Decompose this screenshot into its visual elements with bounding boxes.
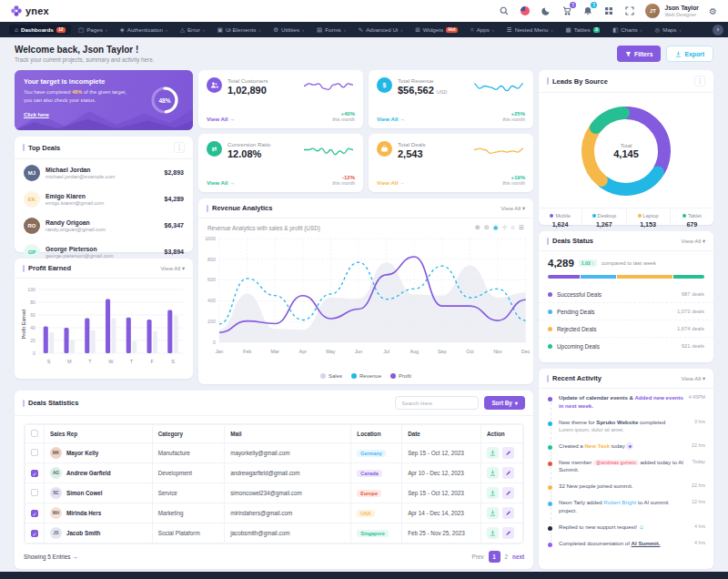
search-input[interactable] xyxy=(395,396,479,410)
fullscreen-icon[interactable] xyxy=(624,5,635,16)
profit-view-all[interactable]: View All ▾ xyxy=(161,265,185,271)
cell-category: Marketing xyxy=(152,503,224,523)
deals-status-view-all[interactable]: View All ▾ xyxy=(682,238,705,244)
avatar: JT xyxy=(645,4,660,18)
click-here-link[interactable]: Click here xyxy=(24,112,49,117)
svg-text:T: T xyxy=(88,359,92,364)
download-action-button[interactable] xyxy=(487,527,499,539)
user-menu[interactable]: JT Json TaylorWeb Designer xyxy=(645,4,699,18)
download-action-button[interactable] xyxy=(487,447,499,459)
dark-mode-icon[interactable] xyxy=(541,5,551,16)
column-header-action[interactable]: Action xyxy=(481,425,523,443)
download-action-button[interactable] xyxy=(487,467,499,479)
brand-logo[interactable]: ynex xyxy=(11,5,49,16)
svg-text:0: 0 xyxy=(33,351,35,356)
view-all-link[interactable]: View All → xyxy=(207,116,235,122)
nav-item-authentication[interactable]: ◈Authentication› xyxy=(115,25,173,36)
forms-icon: ▤ xyxy=(317,26,322,34)
table-row[interactable]: ✓JSJacob SmithSocial Plataformjacobsmith… xyxy=(25,523,523,543)
nav-badge: 12 xyxy=(56,27,66,33)
deal-row[interactable]: RORandy Origoanrandy.origoan@gmail.com$6… xyxy=(15,212,193,239)
cart-icon[interactable]: 5 xyxy=(561,5,572,16)
deals-status-title: Deals Status xyxy=(552,237,593,245)
column-header-category[interactable]: Category xyxy=(152,425,224,443)
revenue-view-all[interactable]: View All ▾ xyxy=(501,205,525,211)
main-nav: ⌂Dashboards12▢Pages›◈Authentication›△Err… xyxy=(0,22,728,37)
nav-item-utilities[interactable]: ⚙Utilities› xyxy=(268,25,309,36)
row-checkbox[interactable] xyxy=(31,489,38,496)
column-header-date[interactable]: Date xyxy=(402,425,481,443)
nav-item-pages[interactable]: ▢Pages› xyxy=(73,25,113,36)
download-action-button[interactable] xyxy=(487,487,499,499)
table-row[interactable]: ✓MHMirinda HersMarketingmirindahers@gmai… xyxy=(25,503,523,523)
search-icon[interactable] xyxy=(499,5,510,16)
more-options-button[interactable]: ⋮ xyxy=(694,76,705,86)
home-icon[interactable]: ⌂ xyxy=(511,224,514,231)
leads-by-source-card: Leads By Source⋮ Total4,145 Mobile1,624D… xyxy=(539,70,713,225)
nav-item-apps[interactable]: ⌗Apps› xyxy=(465,25,500,36)
sparkline-chart xyxy=(472,142,525,158)
column-header-location[interactable]: Location xyxy=(351,425,402,443)
edit-action-button[interactable] xyxy=(502,487,514,499)
nav-item-tables[interactable]: ▦Tables3 xyxy=(560,25,605,36)
nav-item-nested-menu[interactable]: ☰Nested Menu› xyxy=(501,25,559,36)
row-checkbox[interactable]: ✓ xyxy=(31,470,38,477)
zoom-in-icon[interactable]: ⊕ xyxy=(475,224,480,231)
download-action-button[interactable] xyxy=(487,507,499,519)
menu-icon[interactable]: ☰ xyxy=(519,224,524,231)
nav-item-maps[interactable]: ◎Maps› xyxy=(650,25,687,36)
nav-item-error[interactable]: △Error› xyxy=(175,25,210,36)
nav-item-charts[interactable]: ◧Charts› xyxy=(607,25,647,36)
svg-text:60: 60 xyxy=(30,313,35,318)
user-role: Web Designer xyxy=(664,12,699,17)
edit-action-button[interactable] xyxy=(502,447,514,459)
next-page-button[interactable]: next xyxy=(512,554,524,560)
cell-category: Development xyxy=(152,463,224,483)
legend-revenue[interactable]: Revenue xyxy=(351,373,381,379)
prev-page-button[interactable]: Prev xyxy=(472,554,484,560)
mention-badge[interactable]: @andreas gurrero xyxy=(593,460,639,465)
language-flag-icon[interactable] xyxy=(520,5,531,16)
row-checkbox[interactable]: ✓ xyxy=(31,530,38,537)
zoom-out-icon[interactable]: ⊖ xyxy=(484,224,490,231)
export-button[interactable]: Export xyxy=(666,46,713,62)
page-1-button[interactable]: 1 xyxy=(489,551,500,563)
nav-item-dashboards[interactable]: ⌂Dashboards12 xyxy=(9,25,71,35)
more-options-button[interactable]: ⋮ xyxy=(174,142,185,153)
sort-by-button[interactable]: Sort By ▾ xyxy=(484,396,525,410)
notifications-bell-icon[interactable]: 5 xyxy=(582,5,593,16)
edit-action-button[interactable] xyxy=(502,467,514,479)
view-all-link[interactable]: View All → xyxy=(207,179,235,186)
column-header-sales-rep[interactable]: Sales Rep xyxy=(45,425,153,443)
row-checkbox[interactable]: ✓ xyxy=(31,510,38,517)
table-row[interactable]: ✓AGAndrew GarfieldDevelopmentandrewgarfi… xyxy=(25,463,523,483)
stat-period: this month xyxy=(332,117,355,122)
edit-action-button[interactable] xyxy=(502,527,514,539)
column-header-mail[interactable]: Mail xyxy=(225,425,351,443)
nav-item-ui-elements[interactable]: ▣Ui Elements› xyxy=(212,25,267,36)
nav-item-widgets[interactable]: ⊞WidgetsHot xyxy=(410,25,463,36)
legend-profit[interactable]: Profit xyxy=(390,373,411,379)
page-subtitle: Track your current projects, summary and… xyxy=(15,56,154,63)
filters-button[interactable]: Filters xyxy=(617,46,661,62)
page-2-button[interactable]: 2 xyxy=(505,554,509,560)
sparkline-chart xyxy=(472,78,525,95)
nav-scroll-right-button[interactable]: › xyxy=(713,25,723,36)
deal-row[interactable]: EKEmigo Kiarenemigo.kiaren@gmail.com$4,2… xyxy=(15,186,193,212)
row-checkbox[interactable] xyxy=(31,449,38,456)
table-row[interactable]: MKMayor KellyManufacturemayorkelly@gmail… xyxy=(25,443,523,463)
edit-action-button[interactable] xyxy=(502,507,514,519)
apps-grid-icon[interactable] xyxy=(603,5,614,16)
view-all-link[interactable]: View All → xyxy=(377,179,405,186)
settings-gear-icon[interactable]: ⚙ xyxy=(709,6,717,16)
nav-item-forms[interactable]: ▤Forms› xyxy=(311,25,351,36)
zoom-icon[interactable]: ◉ xyxy=(493,224,499,231)
table-row[interactable]: SCSimon CowelServicesimoncowel234@gmail.… xyxy=(25,483,523,503)
select-all-checkbox[interactable] xyxy=(31,430,38,437)
legend-sales[interactable]: Sales xyxy=(320,373,342,379)
nav-item-advanced-ui[interactable]: ✎Advanced Ui› xyxy=(353,25,409,36)
deal-row[interactable]: MJMichael Jordanmichael.jordan@example.c… xyxy=(15,159,193,186)
activity-view-all[interactable]: View All ▾ xyxy=(682,375,705,381)
pan-icon[interactable]: ⊹ xyxy=(502,224,508,231)
view-all-link[interactable]: View All → xyxy=(377,116,405,122)
